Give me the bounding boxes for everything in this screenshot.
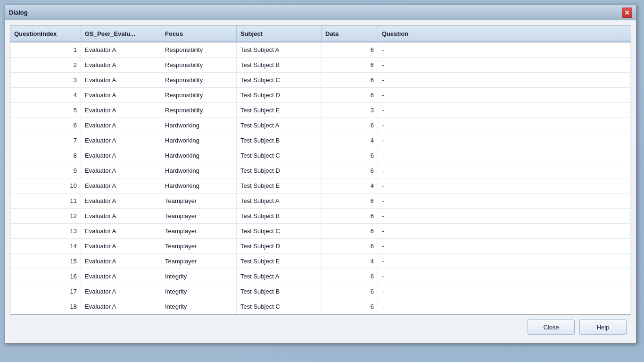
cell-index: 16 xyxy=(10,269,81,284)
cell-evaluator: Evaluator A xyxy=(81,284,161,299)
table-row[interactable]: 3Evaluator AResponsibilityTest Subject C… xyxy=(10,73,631,88)
table-row[interactable]: 14Evaluator ATeamplayerTest Subject D6- xyxy=(10,239,631,254)
cell-data: 6 xyxy=(322,194,378,208)
cell-subject: Test Subject B xyxy=(237,58,322,72)
cell-data: 6 xyxy=(322,88,378,102)
cell-evaluator: Evaluator A xyxy=(81,148,161,163)
cell-index: 15 xyxy=(10,254,81,269)
cell-question: - xyxy=(378,224,631,238)
cell-evaluator: Evaluator A xyxy=(81,118,161,133)
cell-index: 14 xyxy=(10,239,81,253)
cell-focus: Hardworking xyxy=(161,148,237,163)
cell-data: 6 xyxy=(322,284,378,299)
cell-data: 6 xyxy=(322,239,378,253)
cell-question: - xyxy=(378,118,631,133)
table-row[interactable]: 16Evaluator AIntegrityTest Subject A6- xyxy=(10,269,631,284)
cell-subject: Test Subject C xyxy=(237,148,322,163)
cell-index: 3 xyxy=(10,73,81,87)
cell-data: 6 xyxy=(322,118,378,133)
cell-focus: Hardworking xyxy=(161,133,237,148)
cell-focus: Responsibility xyxy=(161,42,237,57)
cell-data: 6 xyxy=(322,269,378,284)
table-row[interactable]: 4Evaluator AResponsibilityTest Subject D… xyxy=(10,88,631,103)
cell-question: - xyxy=(378,194,631,208)
cell-focus: Teamplayer xyxy=(161,194,237,208)
cell-index: 18 xyxy=(10,299,81,314)
table-row[interactable]: 11Evaluator ATeamplayerTest Subject A6- xyxy=(10,194,631,209)
table-row[interactable]: 12Evaluator ATeamplayerTest Subject B6- xyxy=(10,209,631,224)
table-row[interactable]: 1Evaluator AResponsibilityTest Subject A… xyxy=(10,42,631,58)
col-header-gs-peer: GS_Peer_Evalu... xyxy=(81,25,161,42)
cell-data: 6 xyxy=(322,148,378,163)
cell-subject: Test Subject E xyxy=(237,254,322,269)
table-row[interactable]: 2Evaluator AResponsibilityTest Subject B… xyxy=(10,58,631,73)
table-row[interactable]: 9Evaluator AHardworkingTest Subject D6- xyxy=(10,163,631,178)
col-header-focus: Focus xyxy=(161,25,237,42)
cell-evaluator: Evaluator A xyxy=(81,299,161,314)
table-row[interactable]: 17Evaluator AIntegrityTest Subject B6- xyxy=(10,284,631,299)
cell-subject: Test Subject C xyxy=(237,73,322,87)
cell-question: - xyxy=(378,269,631,284)
cell-focus: Integrity xyxy=(161,284,237,299)
col-header-subject: Subject xyxy=(237,25,322,42)
table-row[interactable]: 13Evaluator ATeamplayerTest Subject C6- xyxy=(10,224,631,239)
cell-index: 6 xyxy=(10,118,81,133)
cell-question: - xyxy=(378,209,631,223)
col-header-question: Question xyxy=(378,25,622,42)
cell-question: - xyxy=(378,58,631,72)
dialog-body: QuestionIndex GS_Peer_Evalu... Focus Sub… xyxy=(5,20,636,343)
cell-evaluator: Evaluator A xyxy=(81,103,161,118)
help-button[interactable]: Help xyxy=(579,320,627,335)
table-row[interactable]: 18Evaluator AIntegrityTest Subject C6- xyxy=(10,299,631,314)
cell-focus: Hardworking xyxy=(161,118,237,133)
cell-subject: Test Subject D xyxy=(237,163,322,178)
cell-subject: Test Subject A xyxy=(237,269,322,284)
cell-subject: Test Subject B xyxy=(237,133,322,148)
cell-evaluator: Evaluator A xyxy=(81,88,161,102)
cell-evaluator: Evaluator A xyxy=(81,224,161,238)
table-row[interactable]: 7Evaluator AHardworkingTest Subject B4- xyxy=(10,133,631,148)
cell-data: 6 xyxy=(322,42,378,57)
cell-evaluator: Evaluator A xyxy=(81,239,161,253)
cell-subject: Test Subject B xyxy=(237,284,322,299)
col-header-question-index: QuestionIndex xyxy=(10,25,81,42)
col-header-data: Data xyxy=(322,25,378,42)
table-row[interactable]: 6Evaluator AHardworkingTest Subject A6- xyxy=(10,118,631,133)
cell-question: - xyxy=(378,284,631,299)
cell-focus: Teamplayer xyxy=(161,254,237,269)
table-row[interactable]: 15Evaluator ATeamplayerTest Subject E4- xyxy=(10,254,631,269)
close-title-button[interactable]: ✕ xyxy=(622,8,632,18)
cell-index: 17 xyxy=(10,284,81,299)
cell-index: 9 xyxy=(10,163,81,178)
title-bar: Dialog ✕ xyxy=(5,5,636,20)
dialog-title: Dialog xyxy=(9,9,28,16)
cell-index: 10 xyxy=(10,178,81,193)
cell-evaluator: Evaluator A xyxy=(81,194,161,208)
cell-index: 13 xyxy=(10,224,81,238)
table-row[interactable]: 10Evaluator AHardworkingTest Subject E4- xyxy=(10,178,631,194)
table-row[interactable]: 8Evaluator AHardworkingTest Subject C6- xyxy=(10,148,631,163)
table-scroll-area[interactable]: 1Evaluator AResponsibilityTest Subject A… xyxy=(10,42,631,314)
cell-question: - xyxy=(378,73,631,87)
cell-index: 11 xyxy=(10,194,81,208)
cell-index: 4 xyxy=(10,88,81,102)
cell-subject: Test Subject D xyxy=(237,239,322,253)
cell-question: - xyxy=(378,178,631,193)
cell-question: - xyxy=(378,299,631,314)
cell-question: - xyxy=(378,148,631,163)
cell-subject: Test Subject D xyxy=(237,88,322,102)
cell-subject: Test Subject E xyxy=(237,103,322,118)
cell-data: 4 xyxy=(322,254,378,269)
close-button[interactable]: Close xyxy=(528,320,575,335)
cell-index: 8 xyxy=(10,148,81,163)
cell-focus: Responsibility xyxy=(161,88,237,102)
cell-evaluator: Evaluator A xyxy=(81,42,161,57)
cell-evaluator: Evaluator A xyxy=(81,254,161,269)
dialog-window: Dialog ✕ QuestionIndex GS_Peer_Evalu... … xyxy=(5,5,636,344)
cell-focus: Integrity xyxy=(161,299,237,314)
cell-question: - xyxy=(378,42,631,57)
cell-data: 6 xyxy=(322,299,378,314)
table-row[interactable]: 5Evaluator AResponsibilityTest Subject E… xyxy=(10,103,631,118)
cell-evaluator: Evaluator A xyxy=(81,209,161,223)
cell-index: 5 xyxy=(10,103,81,118)
